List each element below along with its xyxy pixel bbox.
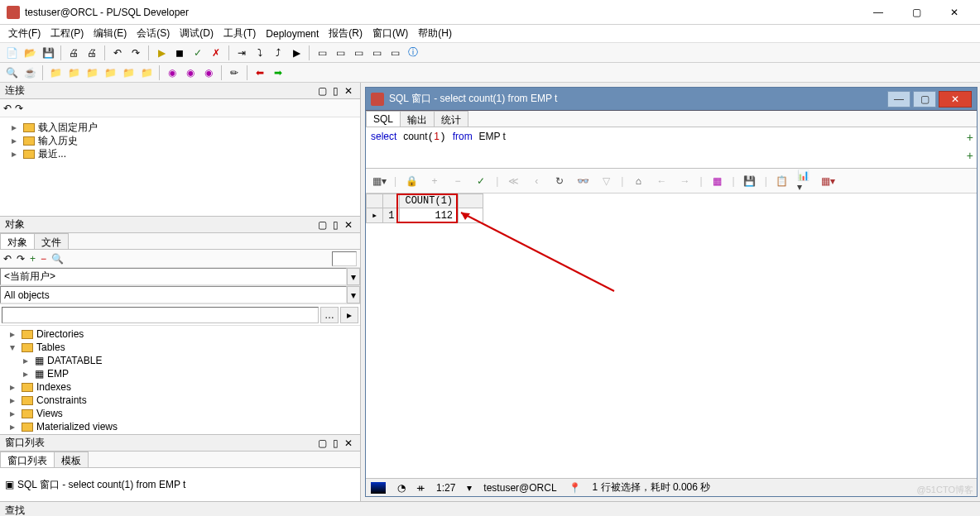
forward-icon[interactable]: → (676, 173, 693, 189)
export-icon[interactable]: 📋 (774, 173, 790, 189)
macro1-icon[interactable]: ◉ (164, 64, 180, 81)
sql-editor[interactable]: select count(1) from EMP t + + (366, 127, 977, 169)
report-icon[interactable]: ▦▾ (820, 173, 837, 189)
macro3-icon[interactable]: ◉ (200, 64, 217, 81)
grid-icon[interactable]: ▦▾ (371, 173, 387, 189)
home-icon[interactable]: ⌂ (630, 173, 646, 189)
redo-icon[interactable]: ↷ (17, 253, 25, 265)
connections-tree[interactable]: ▸载入固定用户 ▸输入历史 ▸最近... (0, 117, 360, 217)
find-icon[interactable]: 🔍 (51, 253, 64, 265)
tab-sql[interactable]: SQL (366, 111, 401, 127)
first-icon[interactable]: ≪ (505, 173, 521, 189)
plus-icon[interactable]: + (426, 173, 443, 189)
minus-icon[interactable]: − (41, 253, 46, 265)
panel-pin-icon[interactable]: ▯ (329, 85, 342, 97)
undo-icon[interactable]: ↶ (3, 253, 12, 265)
save-icon[interactable]: 💾 (40, 45, 56, 61)
prev-icon[interactable]: ‹ (528, 173, 545, 189)
tab-template[interactable]: 模板 (54, 452, 89, 467)
menu-help[interactable]: 帮助(H) (413, 25, 457, 42)
step-icon[interactable]: ⇥ (233, 45, 250, 61)
panel-pin-icon[interactable]: ▯ (329, 437, 342, 449)
windowlist-item[interactable]: SQL 窗口 - select count(1) from EMP t (17, 478, 185, 492)
menu-window[interactable]: 窗口(W) (368, 25, 413, 42)
tab5-icon[interactable]: ▭ (387, 45, 403, 61)
execute-icon[interactable]: ▶ (153, 45, 170, 61)
menu-deployment[interactable]: Deployment (261, 26, 324, 41)
menu-file[interactable]: 文件(F) (3, 25, 46, 42)
panel-dock-icon[interactable]: ▢ (315, 219, 329, 231)
user-dropdown[interactable]: <当前用户> (0, 268, 347, 285)
minimize-button[interactable]: — (859, 0, 897, 25)
forward-icon[interactable]: ➡ (270, 64, 286, 81)
new-icon[interactable]: 📄 (3, 45, 20, 61)
tab-output[interactable]: 输出 (400, 111, 435, 127)
add-bookmark2-icon[interactable]: + (967, 149, 973, 162)
redo-small-icon[interactable]: ↷ (15, 103, 23, 114)
eraser-icon[interactable]: ✏ (226, 64, 243, 81)
filter-go-button[interactable]: ▸ (340, 307, 358, 323)
back-icon[interactable]: ← (653, 173, 670, 189)
close-button[interactable]: ✕ (935, 0, 973, 25)
menu-debug[interactable]: 调试(D) (175, 25, 219, 42)
folder5-icon[interactable]: 📁 (120, 64, 137, 81)
chart-icon[interactable]: 📊▾ (797, 173, 814, 189)
folder6-icon[interactable]: 📁 (138, 64, 155, 81)
maximize-button[interactable]: ▢ (897, 0, 935, 25)
tree-recent[interactable]: 最近... (38, 147, 66, 161)
tab3-icon[interactable]: ▭ (350, 45, 367, 61)
filter-box[interactable] (332, 251, 357, 266)
filter-icon[interactable]: ▽ (598, 173, 614, 189)
print-icon[interactable]: 🖨 (65, 45, 82, 61)
tab-windowlist[interactable]: 窗口列表 (0, 452, 55, 467)
panel-pin-icon[interactable]: ▯ (329, 219, 342, 231)
result-grid[interactable]: COUNT(1) ▸1112 (366, 194, 977, 223)
step-out-icon[interactable]: ⤴ (270, 45, 286, 61)
commit-icon[interactable]: ✓ (190, 45, 206, 61)
dropdown-icon[interactable]: ▾ (467, 482, 472, 494)
tab-icon[interactable]: ▭ (314, 45, 330, 61)
tab-stats[interactable]: 统计 (434, 111, 468, 127)
cell-value[interactable]: 112 (400, 208, 459, 223)
tree-history[interactable]: 输入历史 (38, 134, 78, 148)
plus-icon[interactable]: + (30, 253, 36, 265)
commit-icon[interactable]: ✓ (473, 173, 489, 189)
tab2-icon[interactable]: ▭ (332, 45, 348, 61)
menu-edit[interactable]: 编辑(E) (89, 25, 132, 42)
tree-fixed-users[interactable]: 载入固定用户 (38, 121, 98, 135)
print2-icon[interactable]: 🖨 (84, 45, 100, 61)
step-run-icon[interactable]: ▶ (288, 45, 305, 61)
lock-icon[interactable]: 🔒 (403, 173, 420, 189)
copy-icon[interactable]: ▦ (709, 173, 726, 189)
redo-icon[interactable]: ↷ (127, 45, 144, 61)
help-icon[interactable]: ⓘ (405, 45, 421, 61)
add-bookmark-icon[interactable]: + (967, 131, 973, 144)
panel-close-icon[interactable]: ✕ (342, 219, 355, 231)
panel-dock-icon[interactable]: ▢ (315, 437, 329, 449)
tab-files[interactable]: 文件 (34, 233, 69, 249)
tab4-icon[interactable]: ▭ (368, 45, 385, 61)
col-header[interactable]: COUNT(1) (400, 194, 459, 208)
menu-session[interactable]: 会话(S) (132, 25, 175, 42)
sqlwin-maximize-button[interactable]: ▢ (913, 91, 936, 108)
scope-dropdown[interactable]: All objects (0, 286, 347, 303)
menu-report[interactable]: 报告(R) (324, 25, 368, 42)
dropdown-arrow-icon[interactable]: ▾ (347, 268, 360, 285)
binoculars-icon[interactable]: 👓 (574, 173, 591, 189)
undo-small-icon[interactable]: ↶ (3, 103, 12, 114)
tab-objects[interactable]: 对象 (0, 233, 35, 249)
panel-dock-icon[interactable]: ▢ (315, 85, 329, 97)
sqlwin-close-button[interactable]: ✕ (939, 91, 972, 108)
menu-tools[interactable]: 工具(T) (219, 25, 261, 42)
filter-input[interactable] (2, 307, 319, 323)
macro2-icon[interactable]: ◉ (182, 64, 199, 81)
folder1-icon[interactable]: 📁 (47, 64, 64, 81)
panel-close-icon[interactable]: ✕ (342, 437, 355, 449)
menu-project[interactable]: 工程(P) (46, 25, 89, 42)
filter-more-button[interactable]: … (320, 307, 339, 323)
step-over-icon[interactable]: ⤵ (252, 45, 268, 61)
sqlwin-minimize-button[interactable]: — (887, 91, 910, 108)
search-icon[interactable]: 🔍 (3, 64, 20, 81)
objects-tree[interactable]: ▸Directories ▾Tables ▸▦DATATABLE ▸▦EMP ▸… (0, 326, 360, 434)
back-icon[interactable]: ⬅ (252, 64, 268, 81)
